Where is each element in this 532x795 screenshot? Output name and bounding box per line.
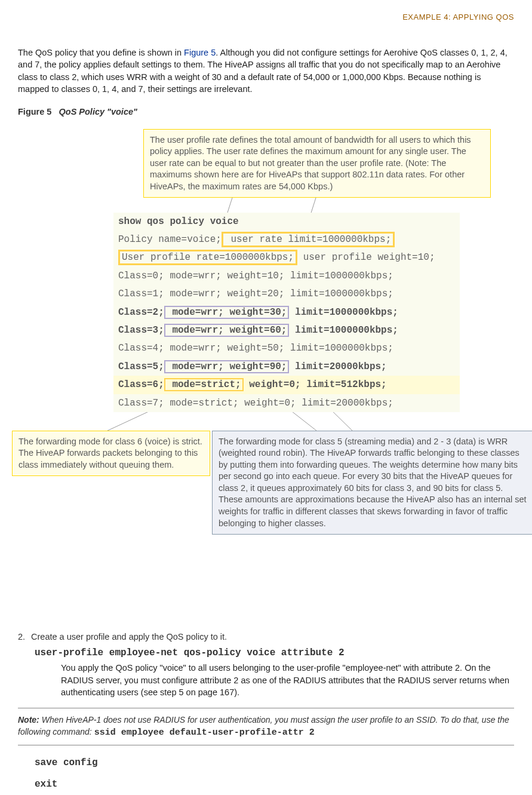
figure-title: QoS Policy "voice" — [59, 107, 137, 116]
intro-text-a: The QoS policy that you define is shown … — [18, 48, 184, 57]
cli-class5-mid: mode=wrr; weight=90; — [164, 360, 290, 373]
cli-class4: Class=4; mode=wrr; weight=50; limit=1000… — [113, 339, 460, 357]
cli-class3-a: Class=3; — [118, 325, 164, 336]
figure-link[interactable]: Figure 5 — [184, 48, 216, 57]
cli-profile-weight: user profile weight=10; — [297, 252, 435, 263]
cli-profile-line: User profile rate=1000000kbps; user prof… — [113, 248, 460, 266]
cli-class5-b: limit=20000kbps; — [289, 361, 386, 372]
page-section-header: EXAMPLE 4: APPLYING QOS — [18, 12, 514, 23]
cli-class2: Class=2; mode=wrr; weight=30; limit=1000… — [113, 303, 460, 321]
note-label: Note: — [18, 715, 39, 725]
cli-class0: Class=0; mode=wrr; weight=10; limit=1000… — [113, 267, 460, 285]
cli-class3-b: limit=1000000kbps; — [289, 325, 398, 336]
callout-wrr: The forwarding mode for class 5 (streami… — [212, 431, 532, 535]
cli-class2-mid: mode=wrr; weight=30; — [164, 306, 290, 319]
cli-command: show qos policy voice — [113, 213, 460, 231]
cli-class6-mid: mode=strict; — [164, 378, 244, 391]
cli-class7: Class=7; mode=strict; weight=0; limit=20… — [113, 394, 460, 412]
cli-user-rate-hl: user rate limit=1000000kbps; — [222, 232, 395, 247]
cli-output-block: show qos policy voice Policy name=voice;… — [113, 213, 460, 412]
cli-class5: Class=5; mode=wrr; weight=90; limit=2000… — [113, 358, 460, 376]
figure-area: The user profile rate defines the total … — [18, 129, 514, 613]
cli-policy-line: Policy name=voice; user rate limit=10000… — [113, 231, 460, 248]
cli-profile-rate-hl: User profile rate=1000000kbps; — [118, 250, 297, 265]
cli-policy-name: Policy name=voice; — [118, 234, 222, 245]
cli-class6: Class=6; mode=strict; weight=0; limit=51… — [113, 376, 460, 394]
step-2-command: user-profile employee-net qos-policy voi… — [35, 646, 514, 659]
cli-class6-a: Class=6; — [118, 379, 164, 390]
note-box: Note: When HiveAP-1 does not use RADIUS … — [18, 708, 514, 745]
cli-class2-a: Class=2; — [118, 307, 164, 318]
step-2-description: You apply the QoS policy "voice" to all … — [61, 662, 514, 698]
save-command: save config — [35, 756, 514, 769]
exit-command: exit — [35, 778, 514, 791]
cli-class2-b: limit=1000000kbps; — [289, 307, 398, 318]
cli-class6-b: weight=0; limit=512kbps; — [244, 379, 387, 390]
cli-class1: Class=1; mode=wrr; weight=20; limit=1000… — [113, 285, 460, 303]
cli-class3-mid: mode=wrr; weight=60; — [164, 324, 290, 337]
figure-caption: Figure 5 QoS Policy "voice" — [18, 106, 514, 118]
step-2-row: 2. Create a user profile and apply the Q… — [18, 631, 514, 643]
cli-class3: Class=3; mode=wrr; weight=60; limit=1000… — [113, 321, 460, 339]
note-command: ssid employee default-user-profile-attr … — [94, 728, 315, 738]
intro-paragraph: The QoS policy that you define is shown … — [18, 47, 514, 95]
cli-class5-a: Class=5; — [118, 361, 164, 372]
step-2-text: Create a user profile and apply the QoS … — [31, 632, 227, 641]
figure-label: Figure 5 — [18, 107, 51, 116]
callout-top: The user profile rate defines the total … — [143, 129, 491, 198]
callout-class6: The forwarding mode for class 6 (voice) … — [12, 431, 210, 477]
step-2-number: 2. — [18, 631, 29, 643]
